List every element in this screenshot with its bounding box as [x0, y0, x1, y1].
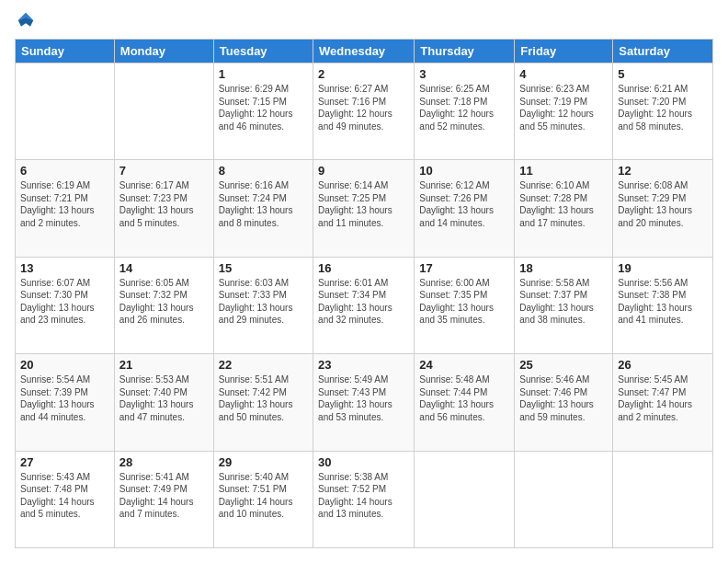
- day-info: Sunrise: 6:01 AMSunset: 7:34 PMDaylight:…: [318, 277, 409, 327]
- day-number: 1: [219, 67, 308, 81]
- day-info: Sunrise: 6:10 AMSunset: 7:28 PMDaylight:…: [519, 179, 608, 229]
- calendar-day-cell: 27 Sunrise: 5:43 AMSunset: 7:48 PMDaylig…: [16, 451, 115, 547]
- calendar-day-cell: 24 Sunrise: 5:48 AMSunset: 7:44 PMDaylig…: [415, 354, 515, 451]
- day-number: 28: [119, 455, 209, 469]
- calendar-day-cell: 14 Sunrise: 6:05 AMSunset: 7:32 PMDaylig…: [114, 257, 213, 353]
- day-info: Sunrise: 5:45 AMSunset: 7:47 PMDaylight:…: [618, 373, 708, 423]
- day-number: 10: [419, 164, 509, 178]
- calendar-day-cell: 8 Sunrise: 6:16 AMSunset: 7:24 PMDayligh…: [213, 160, 313, 257]
- logo: [15, 15, 35, 29]
- day-number: 14: [119, 261, 209, 275]
- day-info: Sunrise: 6:23 AMSunset: 7:19 PMDaylight:…: [519, 83, 608, 132]
- calendar-day-cell: 1 Sunrise: 6:29 AMSunset: 7:15 PMDayligh…: [213, 63, 313, 160]
- calendar-day-cell: 15 Sunrise: 6:03 AMSunset: 7:33 PMDaylig…: [213, 257, 313, 353]
- day-info: Sunrise: 6:08 AMSunset: 7:29 PMDaylight:…: [618, 179, 708, 229]
- calendar-day-cell: 20 Sunrise: 5:54 AMSunset: 7:39 PMDaylig…: [16, 354, 115, 451]
- day-number: 25: [519, 358, 608, 372]
- day-info: Sunrise: 6:12 AMSunset: 7:26 PMDaylight:…: [419, 179, 509, 229]
- calendar-week-row: 13 Sunrise: 6:07 AMSunset: 7:30 PMDaylig…: [16, 257, 713, 353]
- calendar-day-cell: 5 Sunrise: 6:21 AMSunset: 7:20 PMDayligh…: [613, 63, 713, 160]
- weekday-header: Wednesday: [313, 40, 415, 63]
- calendar-day-cell: 4 Sunrise: 6:23 AMSunset: 7:19 PMDayligh…: [515, 63, 613, 160]
- calendar-day-cell: [515, 451, 613, 547]
- calendar-day-cell: 11 Sunrise: 6:10 AMSunset: 7:28 PMDaylig…: [515, 160, 613, 257]
- day-number: 11: [519, 164, 608, 178]
- day-info: Sunrise: 6:25 AMSunset: 7:18 PMDaylight:…: [419, 83, 509, 132]
- day-number: 19: [618, 261, 708, 275]
- day-info: Sunrise: 6:16 AMSunset: 7:24 PMDaylight:…: [219, 179, 308, 229]
- page-header: [15, 15, 713, 29]
- calendar-day-cell: 25 Sunrise: 5:46 AMSunset: 7:46 PMDaylig…: [515, 354, 613, 451]
- day-info: Sunrise: 6:29 AMSunset: 7:15 PMDaylight:…: [219, 83, 308, 132]
- weekday-header: Thursday: [415, 40, 515, 63]
- day-number: 13: [20, 261, 109, 275]
- day-number: 20: [20, 358, 109, 372]
- day-number: 15: [219, 261, 308, 275]
- day-info: Sunrise: 5:41 AMSunset: 7:49 PMDaylight:…: [119, 471, 209, 521]
- day-info: Sunrise: 5:58 AMSunset: 7:37 PMDaylight:…: [519, 277, 608, 327]
- calendar-day-cell: 30 Sunrise: 5:38 AMSunset: 7:52 PMDaylig…: [313, 451, 415, 547]
- day-number: 5: [618, 67, 708, 81]
- calendar-day-cell: [16, 63, 115, 160]
- day-number: 23: [318, 358, 409, 372]
- calendar-day-cell: 2 Sunrise: 6:27 AMSunset: 7:16 PMDayligh…: [313, 63, 415, 160]
- calendar-day-cell: 23 Sunrise: 5:49 AMSunset: 7:43 PMDaylig…: [313, 354, 415, 451]
- day-info: Sunrise: 5:53 AMSunset: 7:40 PMDaylight:…: [119, 373, 209, 423]
- day-info: Sunrise: 6:00 AMSunset: 7:35 PMDaylight:…: [419, 277, 509, 327]
- day-info: Sunrise: 5:56 AMSunset: 7:38 PMDaylight:…: [618, 277, 708, 327]
- day-info: Sunrise: 5:40 AMSunset: 7:51 PMDaylight:…: [219, 471, 308, 521]
- calendar-week-row: 27 Sunrise: 5:43 AMSunset: 7:48 PMDaylig…: [16, 451, 713, 547]
- day-number: 4: [519, 67, 608, 81]
- day-info: Sunrise: 5:43 AMSunset: 7:48 PMDaylight:…: [20, 471, 109, 521]
- day-number: 18: [519, 261, 608, 275]
- calendar-day-cell: 12 Sunrise: 6:08 AMSunset: 7:29 PMDaylig…: [613, 160, 713, 257]
- day-number: 7: [119, 164, 209, 178]
- day-info: Sunrise: 6:17 AMSunset: 7:23 PMDaylight:…: [119, 179, 209, 229]
- logo-icon: [17, 11, 35, 29]
- day-info: Sunrise: 5:54 AMSunset: 7:39 PMDaylight:…: [20, 373, 109, 423]
- calendar-day-cell: 13 Sunrise: 6:07 AMSunset: 7:30 PMDaylig…: [16, 257, 115, 353]
- weekday-header-row: SundayMondayTuesdayWednesdayThursdayFrid…: [16, 40, 713, 63]
- day-info: Sunrise: 5:48 AMSunset: 7:44 PMDaylight:…: [419, 373, 509, 423]
- weekday-header: Sunday: [16, 40, 115, 63]
- day-number: 30: [318, 455, 409, 469]
- day-number: 8: [219, 164, 308, 178]
- weekday-header: Friday: [515, 40, 613, 63]
- calendar-day-cell: [114, 63, 213, 160]
- weekday-header: Monday: [114, 40, 213, 63]
- day-number: 29: [219, 455, 308, 469]
- day-number: 6: [20, 164, 109, 178]
- day-number: 22: [219, 358, 308, 372]
- calendar-day-cell: 3 Sunrise: 6:25 AMSunset: 7:18 PMDayligh…: [415, 63, 515, 160]
- day-number: 2: [318, 67, 409, 81]
- day-info: Sunrise: 6:05 AMSunset: 7:32 PMDaylight:…: [119, 277, 209, 327]
- day-info: Sunrise: 6:27 AMSunset: 7:16 PMDaylight:…: [318, 83, 409, 132]
- day-number: 21: [119, 358, 209, 372]
- calendar-day-cell: 16 Sunrise: 6:01 AMSunset: 7:34 PMDaylig…: [313, 257, 415, 353]
- day-number: 27: [20, 455, 109, 469]
- day-number: 9: [318, 164, 409, 178]
- calendar-day-cell: 6 Sunrise: 6:19 AMSunset: 7:21 PMDayligh…: [16, 160, 115, 257]
- day-number: 26: [618, 358, 708, 372]
- calendar-week-row: 1 Sunrise: 6:29 AMSunset: 7:15 PMDayligh…: [16, 63, 713, 160]
- day-info: Sunrise: 5:46 AMSunset: 7:46 PMDaylight:…: [519, 373, 608, 423]
- day-number: 12: [618, 164, 708, 178]
- weekday-header: Saturday: [613, 40, 713, 63]
- calendar-day-cell: [415, 451, 515, 547]
- day-info: Sunrise: 6:19 AMSunset: 7:21 PMDaylight:…: [20, 179, 109, 229]
- calendar-day-cell: 21 Sunrise: 5:53 AMSunset: 7:40 PMDaylig…: [114, 354, 213, 451]
- day-number: 24: [419, 358, 509, 372]
- calendar-day-cell: 18 Sunrise: 5:58 AMSunset: 7:37 PMDaylig…: [515, 257, 613, 353]
- calendar-week-row: 6 Sunrise: 6:19 AMSunset: 7:21 PMDayligh…: [16, 160, 713, 257]
- calendar-day-cell: 17 Sunrise: 6:00 AMSunset: 7:35 PMDaylig…: [415, 257, 515, 353]
- day-info: Sunrise: 5:38 AMSunset: 7:52 PMDaylight:…: [318, 471, 409, 521]
- day-info: Sunrise: 6:21 AMSunset: 7:20 PMDaylight:…: [618, 83, 708, 132]
- day-info: Sunrise: 6:03 AMSunset: 7:33 PMDaylight:…: [219, 277, 308, 327]
- calendar-week-row: 20 Sunrise: 5:54 AMSunset: 7:39 PMDaylig…: [16, 354, 713, 451]
- day-info: Sunrise: 6:14 AMSunset: 7:25 PMDaylight:…: [318, 179, 409, 229]
- calendar-day-cell: 7 Sunrise: 6:17 AMSunset: 7:23 PMDayligh…: [114, 160, 213, 257]
- day-number: 17: [419, 261, 509, 275]
- calendar-day-cell: 10 Sunrise: 6:12 AMSunset: 7:26 PMDaylig…: [415, 160, 515, 257]
- day-info: Sunrise: 5:51 AMSunset: 7:42 PMDaylight:…: [219, 373, 308, 423]
- calendar-day-cell: 22 Sunrise: 5:51 AMSunset: 7:42 PMDaylig…: [213, 354, 313, 451]
